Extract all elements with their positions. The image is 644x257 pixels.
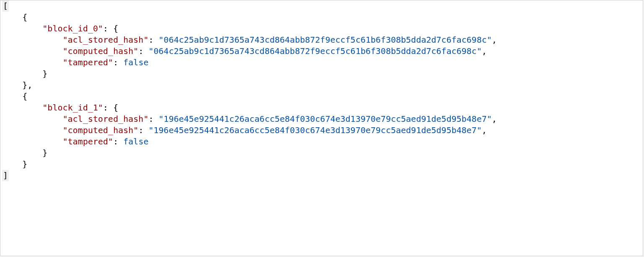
colon: :: [103, 103, 108, 113]
json-string: "064c25ab9c1d7365a743cd864abb872f9eccf5c…: [148, 46, 482, 56]
object-open-brace: {: [22, 12, 27, 22]
json-key: "computed_hash": [63, 46, 139, 56]
json-string: "064c25ab9c1d7365a743cd864abb872f9eccf5c…: [158, 35, 492, 45]
object-open-brace: {: [113, 103, 118, 113]
colon: :: [113, 136, 118, 146]
array-open-bracket: [: [3, 1, 8, 11]
colon: :: [138, 46, 143, 56]
json-boolean: false: [123, 57, 148, 67]
colon: :: [138, 125, 143, 135]
json-key: "acl_stored_hash": [63, 114, 149, 124]
object-open-brace: {: [22, 91, 27, 101]
comma: ,: [482, 46, 487, 56]
json-key: "block_id_1": [42, 103, 103, 113]
json-key: "acl_stored_hash": [63, 35, 149, 45]
colon: :: [103, 23, 108, 33]
colon: :: [148, 35, 153, 45]
json-pre[interactable]: [ { "block_id_0": { "acl_stored_hash": "…: [0, 0, 643, 181]
object-close-brace: }: [42, 69, 47, 79]
json-key: "tampered": [63, 57, 113, 67]
comma: ,: [492, 35, 497, 45]
comma: ,: [482, 125, 487, 135]
object-close-brace: }: [42, 148, 47, 158]
json-key: "computed_hash": [63, 125, 139, 135]
json-string: "196e45e925441c26aca6cc5e84f030c674e3d13…: [158, 114, 492, 124]
object-open-brace: {: [113, 23, 118, 33]
json-boolean: false: [123, 136, 148, 146]
json-key: "block_id_0": [42, 23, 103, 33]
comma: ,: [492, 114, 497, 124]
colon: :: [113, 57, 118, 67]
json-output[interactable]: [ { "block_id_0": { "acl_stored_hash": "…: [0, 0, 643, 256]
json-key: "tampered": [63, 136, 113, 146]
object-close-brace: }: [22, 159, 27, 169]
object-close-brace: }: [22, 80, 27, 90]
json-string: "196e45e925441c26aca6cc5e84f030c674e3d13…: [148, 125, 482, 135]
comma: ,: [27, 80, 32, 90]
colon: :: [148, 114, 153, 124]
array-close-bracket: ]: [3, 170, 8, 180]
